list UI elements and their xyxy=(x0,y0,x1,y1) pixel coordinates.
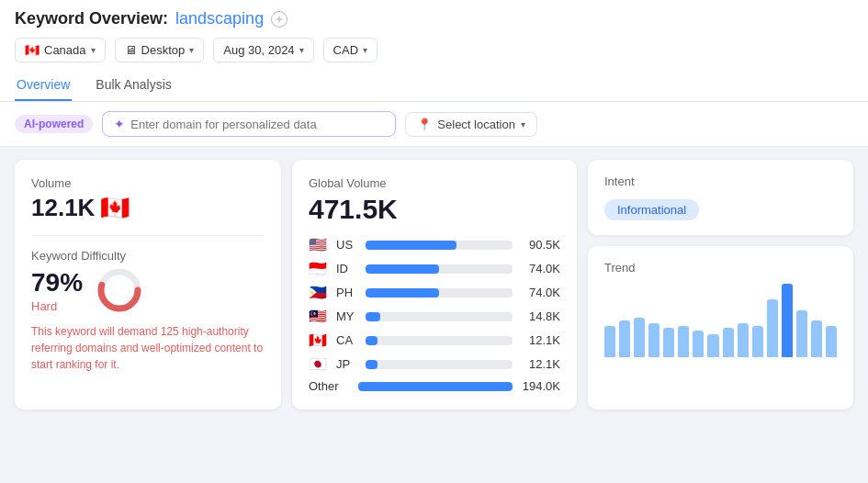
domain-input[interactable] xyxy=(130,118,384,131)
add-keyword-button[interactable]: ＋ xyxy=(271,11,287,28)
trend-bar xyxy=(634,318,645,357)
tab-overview[interactable]: Overview xyxy=(15,70,72,101)
intent-badge: Informational xyxy=(604,199,699,220)
donut-chart xyxy=(96,266,143,314)
country-code: JP xyxy=(336,357,358,371)
list-item: 🇺🇸 US 90.5K xyxy=(309,236,560,253)
us-flag-icon: 🇺🇸 xyxy=(309,236,329,253)
canada-flag-icon: 🇨🇦 xyxy=(100,194,130,222)
list-item: 🇲🇾 MY 14.8K xyxy=(309,308,560,325)
country-value: 90.5K xyxy=(520,238,560,252)
canada-flag-icon: 🇨🇦 xyxy=(25,43,39,57)
list-item: 🇨🇦 CA 12.1K xyxy=(309,331,560,349)
trend-bar xyxy=(707,334,718,357)
tab-bulk-analysis[interactable]: Bulk Analysis xyxy=(94,70,173,101)
intent-label: Intent xyxy=(604,174,837,188)
list-item: 🇯🇵 JP 12.1K xyxy=(309,355,560,373)
trend-bar xyxy=(663,328,674,357)
trend-bar xyxy=(648,323,659,357)
my-flag-icon: 🇲🇾 xyxy=(309,308,329,325)
trend-bar xyxy=(723,328,734,357)
ph-flag-icon: 🇵🇭 xyxy=(309,284,329,301)
trend-bar xyxy=(678,326,689,357)
country-value: 14.8K xyxy=(520,309,560,323)
list-item: 🇮🇩 ID 74.0K xyxy=(309,260,560,277)
country-code: CA xyxy=(336,333,358,347)
difficulty-level: Hard xyxy=(31,299,83,313)
select-location-button[interactable]: 📍 Select location ▾ xyxy=(405,112,537,137)
ca-flag-icon: 🇨🇦 xyxy=(309,331,329,349)
device-filter[interactable]: 🖥 Desktop ▾ xyxy=(115,38,205,62)
global-volume-value: 471.5K xyxy=(309,194,560,225)
country-code: MY xyxy=(336,309,358,323)
trend-bar xyxy=(604,326,615,357)
volume-card: Volume 12.1K 🇨🇦 Keyword Difficulty 79% H… xyxy=(15,160,281,410)
trend-card: Trend xyxy=(588,246,853,410)
list-item: 🇵🇭 PH 74.0K xyxy=(309,284,560,301)
country-value: 74.0K xyxy=(520,286,560,299)
country-code: US xyxy=(336,238,358,252)
trend-bar xyxy=(619,320,630,357)
global-volume-card: Global Volume 471.5K 🇺🇸 US 90.5K 🇮🇩 ID 7… xyxy=(292,160,577,410)
country-code: PH xyxy=(336,286,358,299)
trend-bar xyxy=(738,323,749,357)
page-title-prefix: Keyword Overview: xyxy=(15,9,168,28)
chevron-down-icon: ▾ xyxy=(91,45,96,55)
domain-input-wrap[interactable]: ✦ xyxy=(102,111,396,137)
trend-bar xyxy=(782,284,793,357)
desktop-icon: 🖥 xyxy=(125,43,137,57)
currency-filter[interactable]: CAD ▾ xyxy=(323,38,378,62)
trend-bar xyxy=(796,310,807,357)
page-title-keyword: landscaping xyxy=(175,9,264,28)
global-volume-label: Global Volume xyxy=(309,176,560,190)
difficulty-description: This keyword will demand 125 high-author… xyxy=(31,323,265,373)
location-icon: 📍 xyxy=(417,118,432,131)
difficulty-value: 79% xyxy=(31,268,83,298)
trend-bar xyxy=(767,299,778,357)
country-filter[interactable]: 🇨🇦 Canada ▾ xyxy=(15,38,106,62)
date-filter[interactable]: Aug 30, 2024 ▾ xyxy=(213,38,313,62)
location-label: Select location xyxy=(437,118,515,131)
other-label: Other xyxy=(309,379,351,393)
currency-label: CAD xyxy=(333,43,358,57)
device-label: Desktop xyxy=(141,43,186,57)
chevron-down-icon: ▾ xyxy=(299,45,304,55)
chevron-down-icon: ▾ xyxy=(363,45,367,55)
country-value: 12.1K xyxy=(520,333,560,347)
country-value: 12.1K xyxy=(520,357,560,371)
volume-value: 12.1K 🇨🇦 xyxy=(31,194,265,222)
difficulty-label: Keyword Difficulty xyxy=(31,249,265,263)
date-label: Aug 30, 2024 xyxy=(223,43,294,57)
country-code: ID xyxy=(336,262,358,275)
id-flag-icon: 🇮🇩 xyxy=(309,260,329,277)
chevron-down-icon: ▾ xyxy=(521,119,525,129)
volume-label: Volume xyxy=(31,176,265,190)
trend-bar xyxy=(811,320,822,357)
trend-chart xyxy=(604,284,837,357)
trend-bar xyxy=(826,326,837,357)
trend-bar xyxy=(752,326,763,357)
ai-powered-badge: AI-powered xyxy=(15,115,93,133)
trend-label: Trend xyxy=(604,261,837,275)
country-list: 🇺🇸 US 90.5K 🇮🇩 ID 74.0K 🇵🇭 PH 74.0K xyxy=(309,236,560,393)
country-value: 74.0K xyxy=(520,262,560,275)
intent-card: Intent Informational xyxy=(588,160,853,235)
ai-bar: AI-powered ✦ 📍 Select location ▾ xyxy=(0,102,868,147)
list-item: Other 194.0K xyxy=(309,379,560,393)
jp-flag-icon: 🇯🇵 xyxy=(309,355,329,373)
chevron-down-icon: ▾ xyxy=(189,45,194,55)
other-value: 194.0K xyxy=(520,379,560,393)
sparkle-icon: ✦ xyxy=(114,117,125,131)
top-bar: Keyword Overview: landscaping ＋ 🇨🇦 Canad… xyxy=(0,0,868,102)
country-label: Canada xyxy=(44,43,86,57)
trend-bar xyxy=(693,331,704,357)
